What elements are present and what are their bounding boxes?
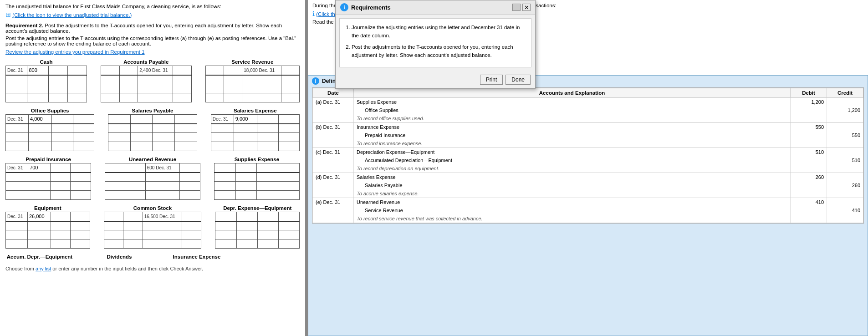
t-account-insurance-expense: Insurance Expense: [165, 254, 229, 260]
t-account-equipment: Equipment Dec. 31 26,000: [5, 205, 90, 249]
cash-r2-cv[interactable]: [68, 75, 87, 84]
ap-debit-input-cell[interactable]: [101, 66, 120, 75]
req2-header: Requirement 2. Post the adjustments to t…: [5, 23, 300, 34]
cash-credit-label: [49, 66, 68, 75]
cash-r2-cl: [49, 75, 68, 84]
acct-b2: Prepaid Insurance: [354, 131, 791, 139]
service-revenue-table: 18,000 Dec. 31: [205, 66, 300, 102]
date-b: (b) Dec. 31: [313, 123, 354, 132]
right-panel: During the 12 months ended December 31, …: [308, 0, 868, 336]
trial-balance-icon[interactable]: ⊞: [5, 11, 11, 18]
modal-title-row: i Requirements: [340, 3, 391, 11]
t-account-supplies-expense: Supplies Expense: [214, 157, 300, 200]
ap-debit-val[interactable]: [119, 66, 138, 75]
any-list-link[interactable]: any list: [36, 266, 51, 271]
acct-c2: Accumulated Depreciation—Equipment: [354, 156, 791, 164]
acct-d1: Salaries Expense: [354, 173, 791, 182]
journal-row-e2: Service Revenue 410: [313, 206, 863, 214]
date-d: (d) Dec. 31: [313, 173, 354, 182]
t-account-accum-depr-equipment: Accum. Depr.—Equipment: [5, 254, 74, 260]
minimize-button[interactable]: —: [512, 4, 521, 11]
credit-d2: 260: [827, 181, 863, 189]
journal-row-e1: (e) Dec. 31 Unearned Revenue 410: [313, 198, 863, 207]
journal-row-c3: To record depreciation on equipment.: [313, 164, 863, 173]
cash-credit-input[interactable]: [68, 66, 87, 75]
journal-row-a3: To record office supplies used.: [313, 114, 863, 123]
acct-d3: To accrue salaries expense.: [354, 189, 791, 198]
ap-credit-val: [173, 66, 191, 75]
acct-b3: To record insurance expense.: [354, 139, 791, 148]
acct-e2: Service Revenue: [354, 206, 791, 214]
t-account-unearned-revenue: Unearned Revenue 600 Dec. 31: [105, 157, 200, 200]
supplies-expense-title: Supplies Expense: [214, 157, 300, 162]
header-credit: Credit: [827, 88, 863, 98]
cash-debit-label: Dec. 31: [6, 66, 27, 75]
t-account-row-4: Equipment Dec. 31 26,000 Common Stock: [5, 205, 300, 249]
left-panel: The unadjusted trial balance for First C…: [0, 0, 305, 336]
definition-icon: i: [312, 77, 319, 85]
modal-title: Requirements: [351, 4, 391, 11]
t-account-service-revenue: Service Revenue 18,000 Dec. 31: [205, 59, 300, 102]
journal-row-d2: Salaries Payable 260: [313, 181, 863, 189]
credit-a1: [827, 98, 863, 107]
service-revenue-title: Service Revenue: [205, 59, 300, 65]
read-text: Read the: [312, 19, 334, 25]
credit-a2: 1,200: [827, 106, 863, 114]
acct-b1: Insurance Expense: [354, 123, 791, 132]
done-button[interactable]: Done: [505, 75, 531, 85]
date-e: (e) Dec. 31: [313, 198, 354, 207]
sr-credit-label: 18,000 Dec. 31: [242, 66, 281, 75]
equipment-title: Equipment: [5, 205, 90, 211]
journal-row-e3: To record service revenue that was colle…: [313, 214, 863, 223]
debit-a1: 1,200: [791, 98, 827, 107]
t-account-cash: Cash Dec. 31 800: [5, 59, 87, 102]
dividends-title: Dividends: [87, 254, 151, 260]
modal-body: Journalize the adjusting entries using t…: [339, 18, 531, 67]
req2-bold: Requirement 2.: [5, 23, 43, 28]
journal-row-b3: To record insurance expense.: [313, 139, 863, 148]
common-stock-title: Common Stock: [104, 205, 202, 211]
transactions-icon[interactable]: ℹ: [312, 10, 315, 17]
cash-r3-dv[interactable]: [27, 84, 49, 93]
review-link[interactable]: Review the adjusting entries you prepare…: [5, 49, 300, 55]
journal-row-d3: To accrue salaries expense.: [313, 189, 863, 198]
journal-row-a1: (a) Dec. 31 Supplies Expense 1,200: [313, 98, 863, 107]
salaries-expense-title: Salaries Expense: [211, 108, 300, 113]
accounts-payable-title: Accounts Payable: [101, 59, 191, 65]
close-button[interactable]: ✕: [522, 4, 531, 11]
cash-title: Cash: [5, 59, 87, 65]
bottom-note: Choose from any list or enter any number…: [5, 266, 300, 271]
header-debit: Debit: [791, 88, 827, 98]
ap-credit-label: 2,400 Dec. 31: [138, 66, 173, 75]
insurance-expense-title: Insurance Expense: [165, 254, 229, 260]
req2-desc: Post the adjusting entries to the T-acco…: [5, 36, 300, 46]
cash-r4-dv[interactable]: [27, 93, 49, 102]
office-supplies-title: Office Supplies: [5, 108, 94, 113]
date-a: (a) Dec. 31: [313, 98, 354, 107]
t-account-row-5: Accum. Depr.—Equipment Dividends Insuran…: [5, 254, 300, 260]
journal-header-row: Date Accounts and Explanation Debit Cred…: [313, 88, 863, 98]
debit-c1: 510: [791, 148, 827, 157]
journal-table-container: Date Accounts and Explanation Debit Cred…: [312, 87, 864, 224]
cash-r4-cv[interactable]: [68, 93, 87, 102]
prepaid-insurance-title: Prepaid Insurance: [5, 157, 91, 162]
journal-table: Date Accounts and Explanation Debit Cred…: [312, 88, 863, 223]
modal-item-1: Journalize the adjusting entries using t…: [352, 23, 526, 40]
cash-r3-dl: [6, 84, 27, 93]
debit-d1: 260: [791, 173, 827, 182]
debit-e1: 410: [791, 198, 827, 207]
cash-r3-cv[interactable]: [68, 84, 87, 93]
t-account-depr-expense-equipment: Depr. Expense—Equipment: [215, 205, 300, 249]
cash-r2-dl: [6, 75, 27, 84]
journal-row-b2: Prepaid Insurance 550: [313, 131, 863, 139]
cash-r2-dv[interactable]: [27, 75, 49, 84]
header-acct: Accounts and Explanation: [354, 88, 791, 98]
trial-balance-link[interactable]: (Click the icon to view the unadjusted t…: [12, 12, 132, 18]
acct-e1: Unearned Revenue: [354, 198, 791, 207]
journal-row-c1: (c) Dec. 31 Depreciation Expense—Equipme…: [313, 148, 863, 157]
modal-info-icon: i: [340, 3, 348, 11]
req2-text: Post the adjustments to the T-accounts o…: [5, 23, 282, 34]
credit-c2: 510: [827, 156, 863, 164]
intro-text: The unadjusted trial balance for First C…: [5, 4, 300, 9]
print-button[interactable]: Print: [480, 75, 503, 85]
